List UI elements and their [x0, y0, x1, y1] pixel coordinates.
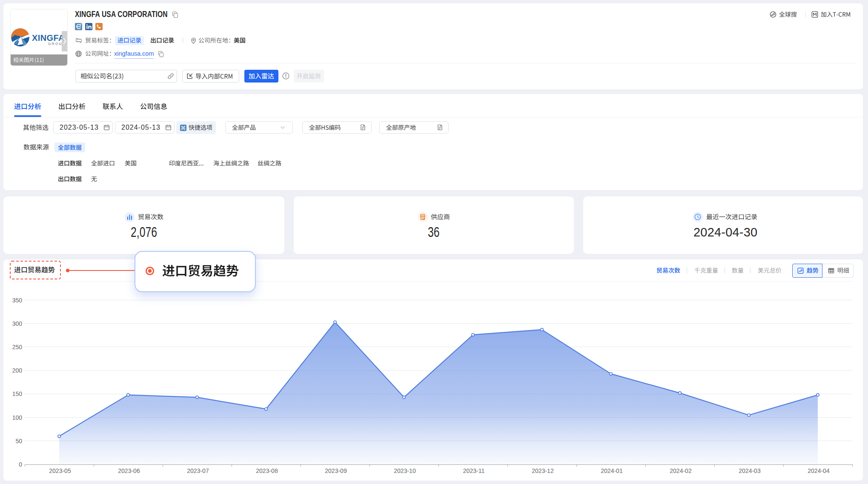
svg-text:2023-06: 2023-06 [118, 467, 140, 474]
svg-text:150: 150 [12, 390, 23, 397]
svg-text:2023-09: 2023-09 [325, 467, 347, 474]
svg-text:2023-08: 2023-08 [256, 467, 278, 474]
svg-text:2023-05: 2023-05 [49, 467, 71, 474]
svg-text:2023-11: 2023-11 [463, 467, 485, 474]
svg-text:350: 350 [12, 297, 23, 304]
svg-text:300: 300 [12, 320, 23, 327]
svg-text:2023-10: 2023-10 [394, 467, 416, 474]
svg-text:XINGFA: XINGFA [32, 33, 65, 43]
svg-text:0: 0 [19, 461, 22, 468]
svg-text:2023-07: 2023-07 [187, 467, 209, 474]
svg-text:250: 250 [12, 344, 23, 350]
svg-text:2024-03: 2024-03 [739, 467, 761, 474]
svg-text:2023-12: 2023-12 [532, 467, 554, 474]
svg-text:2024-01: 2024-01 [601, 467, 623, 474]
svg-text:2024-04: 2024-04 [808, 467, 830, 474]
svg-text:100: 100 [12, 414, 23, 421]
svg-text:200: 200 [12, 367, 23, 374]
svg-text:2024-02: 2024-02 [670, 467, 692, 474]
svg-text:50: 50 [15, 438, 22, 444]
